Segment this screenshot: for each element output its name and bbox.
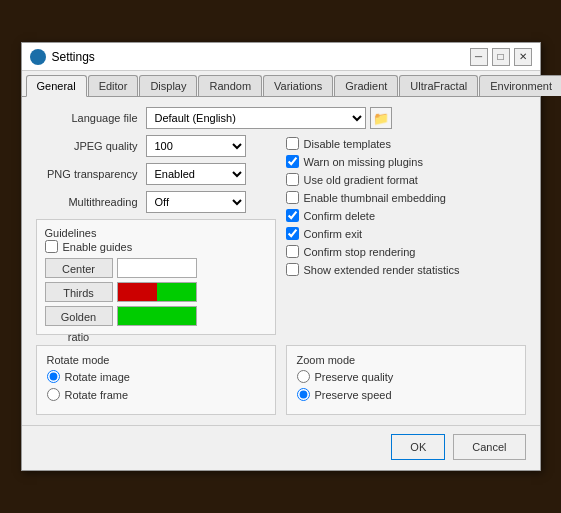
jpeg-row: JPEG quality 100 (36, 135, 276, 157)
tab-editor[interactable]: Editor (88, 75, 139, 96)
thumbnail-embedding-label: Enable thumbnail embedding (304, 192, 447, 204)
cb-confirm-stop: Confirm stop rendering (286, 245, 526, 258)
cb-extended-stats: Show extended render statistics (286, 263, 526, 276)
close-button[interactable]: ✕ (514, 48, 532, 66)
main-columns: JPEG quality 100 PNG transparency Enable… (36, 135, 526, 335)
guide-center-label: Center (45, 258, 113, 278)
rotate-frame-row: Rotate frame (47, 388, 265, 401)
rotate-image-row: Rotate image (47, 370, 265, 383)
confirm-stop-checkbox[interactable] (286, 245, 299, 258)
preserve-speed-label: Preserve speed (315, 389, 392, 401)
left-column: JPEG quality 100 PNG transparency Enable… (36, 135, 276, 335)
maximize-button[interactable]: □ (492, 48, 510, 66)
language-row: Language file Default (English) 📁 (36, 107, 526, 129)
tab-variations[interactable]: Variations (263, 75, 333, 96)
guide-thirds-label: Thirds (45, 282, 113, 302)
folder-button[interactable]: 📁 (370, 107, 392, 129)
png-label: PNG transparency (36, 168, 146, 180)
cb-disable-templates: Disable templates (286, 137, 526, 150)
modes-row: Rotate mode Rotate image Rotate frame Zo… (36, 339, 526, 415)
old-gradient-checkbox[interactable] (286, 173, 299, 186)
zoom-mode-group: Zoom mode Preserve quality Preserve spee… (286, 345, 526, 415)
disable-templates-checkbox[interactable] (286, 137, 299, 150)
cb-confirm-exit: Confirm exit (286, 227, 526, 240)
cb-old-gradient: Use old gradient format (286, 173, 526, 186)
language-select[interactable]: Default (English) (146, 107, 366, 129)
preserve-quality-row: Preserve quality (297, 370, 515, 383)
guidelines-title: Guidelines (45, 227, 97, 239)
guide-golden-color[interactable] (117, 306, 197, 326)
multithreading-select[interactable]: Off (146, 191, 246, 213)
confirm-delete-checkbox[interactable] (286, 209, 299, 222)
confirm-delete-label: Confirm delete (304, 210, 376, 222)
enable-guides-row: Enable guides (45, 240, 267, 253)
settings-window: Settings ─ □ ✕ General Editor Display Ra… (21, 42, 541, 471)
guide-golden-row: Golden ratio (45, 306, 267, 326)
window-icon (30, 49, 46, 65)
content-area: Language file Default (English) 📁 JPEG q… (22, 97, 540, 425)
tab-random[interactable]: Random (198, 75, 262, 96)
cb-warn-plugins: Warn on missing plugins (286, 155, 526, 168)
rotate-image-radio[interactable] (47, 370, 60, 383)
disable-templates-label: Disable templates (304, 138, 391, 150)
confirm-stop-label: Confirm stop rendering (304, 246, 416, 258)
rotate-image-label: Rotate image (65, 371, 130, 383)
guide-center-color[interactable] (117, 258, 197, 278)
guidelines-group: Guidelines Enable guides Center Thirds (36, 219, 276, 335)
jpeg-label: JPEG quality (36, 140, 146, 152)
tab-bar: General Editor Display Random Variations… (22, 71, 540, 97)
language-control: Default (English) 📁 (146, 107, 392, 129)
preserve-speed-row: Preserve speed (297, 388, 515, 401)
minimize-button[interactable]: ─ (470, 48, 488, 66)
rotate-mode-title: Rotate mode (47, 354, 265, 366)
extended-stats-label: Show extended render statistics (304, 264, 460, 276)
enable-guides-checkbox[interactable] (45, 240, 58, 253)
jpeg-select[interactable]: 100 (146, 135, 246, 157)
guide-center-row: Center (45, 258, 267, 278)
warn-plugins-label: Warn on missing plugins (304, 156, 423, 168)
right-column: Disable templates Warn on missing plugin… (286, 135, 526, 335)
thumbnail-embedding-checkbox[interactable] (286, 191, 299, 204)
window-title: Settings (52, 50, 470, 64)
tab-environment[interactable]: Environment (479, 75, 561, 96)
rotate-frame-label: Rotate frame (65, 389, 129, 401)
guide-golden-label: Golden ratio (45, 306, 113, 326)
cb-confirm-delete: Confirm delete (286, 209, 526, 222)
preserve-quality-label: Preserve quality (315, 371, 394, 383)
bottom-buttons: OK Cancel (22, 425, 540, 470)
tab-general[interactable]: General (26, 75, 87, 97)
cancel-button[interactable]: Cancel (453, 434, 525, 460)
guide-thirds-color[interactable] (117, 282, 197, 302)
preserve-quality-radio[interactable] (297, 370, 310, 383)
enable-guides-label: Enable guides (63, 241, 133, 253)
png-select[interactable]: Enabled (146, 163, 246, 185)
titlebar: Settings ─ □ ✕ (22, 43, 540, 71)
titlebar-buttons: ─ □ ✕ (470, 48, 532, 66)
ok-button[interactable]: OK (391, 434, 445, 460)
cb-thumbnail-embedding: Enable thumbnail embedding (286, 191, 526, 204)
warn-plugins-checkbox[interactable] (286, 155, 299, 168)
multithreading-row: Multithreading Off (36, 191, 276, 213)
multithreading-label: Multithreading (36, 196, 146, 208)
rotate-frame-radio[interactable] (47, 388, 60, 401)
zoom-mode-title: Zoom mode (297, 354, 515, 366)
extended-stats-checkbox[interactable] (286, 263, 299, 276)
confirm-exit-checkbox[interactable] (286, 227, 299, 240)
tab-gradient[interactable]: Gradient (334, 75, 398, 96)
png-row: PNG transparency Enabled (36, 163, 276, 185)
language-label: Language file (36, 112, 146, 124)
guide-thirds-row: Thirds (45, 282, 267, 302)
rotate-mode-group: Rotate mode Rotate image Rotate frame (36, 345, 276, 415)
confirm-exit-label: Confirm exit (304, 228, 363, 240)
preserve-speed-radio[interactable] (297, 388, 310, 401)
tab-ultrafractal[interactable]: UltraFractal (399, 75, 478, 96)
old-gradient-label: Use old gradient format (304, 174, 418, 186)
tab-display[interactable]: Display (139, 75, 197, 96)
